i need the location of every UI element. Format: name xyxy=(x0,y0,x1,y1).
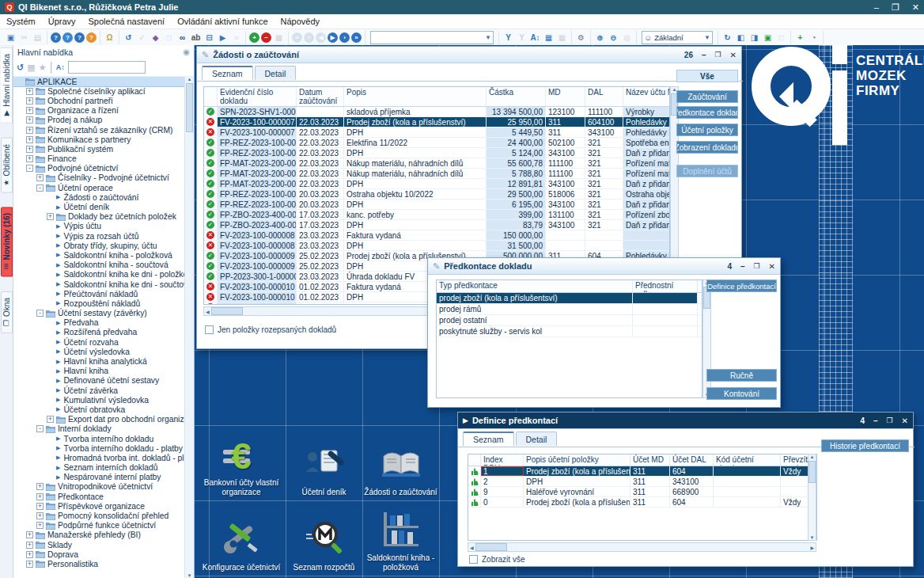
tab-detail[interactable]: Detail xyxy=(255,66,297,80)
next-record-icon[interactable]: ▶ xyxy=(328,32,338,43)
column-header-ucet-dal[interactable]: Účet DAL xyxy=(670,454,714,466)
tree-item-organizace-a-rizeni[interactable]: +Organizace a řízení xyxy=(13,106,194,116)
layout-left-icon[interactable]: ◧ xyxy=(735,32,747,44)
tile-saldokontni-kniha-polozkova[interactable]: Saldokontní kniha - položková xyxy=(363,503,438,576)
tree-item-hlavni-kniha-analyticka[interactable]: ▶Hlavní kniha analytická xyxy=(13,356,194,366)
table-row[interactable]: ✕FV-2023-100-00000823.03.2023DPH31 500,0… xyxy=(204,241,669,251)
tree-item-saldokontni-kniha-polozkova[interactable]: ▶Saldokontní kniha - položková xyxy=(13,250,194,260)
tree-item-tvorba-interniho-dokladu[interactable]: ▶Tvorba interního dokladu xyxy=(13,434,194,443)
restore-button[interactable]: ❐ xyxy=(892,2,899,13)
help-context-icon[interactable]: ? xyxy=(74,32,85,43)
tree-toggle-icon[interactable]: + xyxy=(26,88,33,95)
table-row[interactable]: ✓FP-REZ-2023-100-00000320.03.2023Ostraha… xyxy=(204,189,669,200)
settings-gear-icon[interactable]: ⚙ xyxy=(575,32,587,44)
help-book-icon[interactable]: ? xyxy=(62,32,73,43)
table-row[interactable]: ✓FP-MAT-2023-200-00001022.03.2023DPH12 8… xyxy=(204,179,669,189)
column-header-ucet-md[interactable]: Účet MD xyxy=(631,454,670,466)
definice-table[interactable]: Index DPHPopis účetní položkyÚčet MDÚčet… xyxy=(468,454,817,541)
historie-predkontaci-button[interactable]: Historie předkontací xyxy=(821,439,909,452)
scroll-up-icon[interactable]: ▲ xyxy=(810,454,815,459)
tree-item-vypis-za-rozsah-uctu[interactable]: ▶Výpis za rozsah účtů xyxy=(13,231,194,241)
table-row[interactable]: 2DPH311343100 xyxy=(468,477,816,487)
table-row[interactable]: ✓SPN-2023-SHV1-000001skladová příjemka13… xyxy=(204,107,669,117)
tree-item-vypis-uctu[interactable]: ▶Výpis účtu xyxy=(13,222,194,231)
table-row[interactable]: poskytnuté služby - servis kol xyxy=(437,326,702,337)
tile-zadosti-o-zauctovani[interactable]: Žádosti o zaúčtování xyxy=(363,428,438,500)
tree-scrollbar[interactable]: ▲▼ xyxy=(184,77,194,578)
tab-detail[interactable]: Detail xyxy=(516,432,558,446)
table-row[interactable]: ✕FV-2023-100-00000722.03.2023Prodej zbož… xyxy=(204,117,669,127)
window-titlebar[interactable]: ▶ Definice předkontací 4 – ❐ ✕ xyxy=(458,413,913,429)
tree-item-doklady-bez-ucetnich-polozek[interactable]: +Doklady bez účetních položek xyxy=(13,212,194,222)
table-row[interactable]: ✕FV-2023-100-00000722.03.2023DPH5 449,50… xyxy=(204,127,669,138)
scroll-down-icon[interactable]: ▼ xyxy=(187,573,192,578)
tab-seznam[interactable]: Seznam xyxy=(202,66,253,80)
zoom-out-icon[interactable]: ⊖ xyxy=(608,32,619,44)
help-icon[interactable]: ? xyxy=(51,32,61,43)
delete-record-icon[interactable]: − xyxy=(261,32,271,43)
tree-item-tvorba-interniho-dokladu-platby[interactable]: ▶Tvorba interního dokladu - platby xyxy=(13,443,194,453)
tree-toggle-icon[interactable]: + xyxy=(47,213,54,220)
tree-item-ucetni-sestavy-zaverky[interactable]: -Účetní sestavy (závěrky) xyxy=(13,309,194,318)
column-header-md[interactable]: MD xyxy=(546,87,585,106)
tree-item-zadosti-o-zauctovani[interactable]: ▶Žádosti o zaúčtování xyxy=(13,192,194,202)
timer-icon[interactable]: ◔ xyxy=(808,32,820,44)
table-row[interactable]: 1Prodej zboží (kola a příslušenství)3116… xyxy=(468,466,816,477)
predkontace-table[interactable]: Typ předkontacePřednostní volbaprodej zb… xyxy=(436,279,702,398)
tree-item-ucetni-vysledovka[interactable]: ▶Účetní výsledovka xyxy=(13,347,194,356)
notification-bell-icon[interactable]: Ω xyxy=(104,32,116,44)
menu-item-ovladani-aktivni-funkce[interactable]: Ovládání aktivní funkce xyxy=(171,16,274,27)
tree-toggle-icon[interactable]: - xyxy=(36,425,44,432)
minimize-button[interactable]: – xyxy=(874,2,879,13)
minimize-button[interactable]: – xyxy=(873,416,878,425)
table-row[interactable]: 0Prodej zboží (kola a příslušenství)3116… xyxy=(468,497,816,508)
dialog-titlebar[interactable]: ✎ Předkontace dokladu 4 – ❐ ✕ xyxy=(428,258,780,275)
tree-item-ucetni-obratovka[interactable]: ▶Účetní obratovka xyxy=(13,405,194,414)
tile-konfigurace-ucetnictvi[interactable]: Konfigurace účetnictví xyxy=(198,503,285,576)
tree-toggle-icon[interactable]: - xyxy=(36,184,44,192)
table-row[interactable]: prodej ostatní xyxy=(437,315,702,326)
filter-grid-icon[interactable]: ▦ xyxy=(543,32,555,44)
minimize-button[interactable]: – xyxy=(702,51,706,59)
column-header-icon[interactable] xyxy=(204,87,218,106)
column-header-nazev-uctu-md[interactable]: Název účtu MD∧ xyxy=(623,87,670,106)
tile-bankovni-ucty-vlastni-organizace[interactable]: €Bankovní účty vlastní organizace xyxy=(198,428,285,500)
column-header-typ-predkontace[interactable]: Typ předkontace xyxy=(437,280,633,292)
column-header-dal[interactable]: DAL xyxy=(585,87,623,106)
close-button[interactable]: ✕ xyxy=(730,51,737,59)
restore-button[interactable]: ❐ xyxy=(715,51,721,59)
tree-item-aplikace[interactable]: APLIKACE xyxy=(13,77,194,86)
tree-item-nesparovane-interni-platby[interactable]: ▶Nespárované interní platby xyxy=(13,473,194,482)
tree-item-publikacni-system[interactable]: +Publikační systém xyxy=(13,144,194,154)
sort-az-icon[interactable]: A↕ xyxy=(529,32,541,44)
tree-toggle-icon[interactable]: + xyxy=(26,531,33,538)
tree-item-rozsirena-predvaha[interactable]: ▶Rozšířená předvaha xyxy=(13,328,194,337)
tree-item-ucetni-denik[interactable]: ▶Účetní deník xyxy=(13,202,194,211)
tree-toggle-icon[interactable]: + xyxy=(36,483,44,490)
menu-item-spolecna-nastaveni[interactable]: Společná nastavení xyxy=(82,16,172,27)
tree-item-predkontace[interactable]: +Předkontace xyxy=(13,492,194,501)
tree-toggle-icon[interactable]: + xyxy=(26,107,33,114)
tree-item-obchodni-partneri[interactable]: +Obchodní partneři xyxy=(13,96,194,105)
tree-toggle-icon[interactable]: + xyxy=(26,127,33,134)
table-row[interactable]: ✓FP-MAT-2023-200-00001022.03.2023Nákup m… xyxy=(204,158,669,169)
tree-item-saldokontni-kniha-ke-dni-polozkova[interactable]: ▶Saldokontní kniha ke dni - položková xyxy=(13,270,194,279)
refresh-view-icon[interactable]: ↻ xyxy=(721,32,733,44)
side-tab-okna[interactable]: ❐Okna xyxy=(1,291,13,333)
tree-toggle-icon[interactable]: + xyxy=(26,116,33,124)
tree-item-spolecne-ciselniky-aplikaci[interactable]: +Společné číselníky aplikací xyxy=(13,86,194,96)
column-header-datum-zauctovani[interactable]: Datum zaúčtování xyxy=(297,87,344,106)
tree-item-prodej-a-nakup[interactable]: +Prodej a nákup xyxy=(13,116,194,125)
tree-toggle-icon[interactable]: + xyxy=(47,416,54,423)
tree-item-seznam-internich-dokladu[interactable]: ▶Seznam interních dokladů xyxy=(13,463,194,473)
tree-item-prispevkove-organizace[interactable]: +Příspěvkové organizace xyxy=(13,501,194,511)
tree-item-interni-doklady[interactable]: -Interní doklady xyxy=(13,424,194,434)
scroll-up-icon[interactable]: ▲ xyxy=(187,77,192,82)
close-button[interactable]: ✕ xyxy=(912,2,919,13)
tree-item-sklady[interactable]: +Sklady xyxy=(13,540,194,549)
print-icon[interactable]: ⊟ xyxy=(203,32,215,44)
tree-item-predvaha[interactable]: ▶Předvaha xyxy=(13,318,194,328)
tree-toggle-icon[interactable]: + xyxy=(26,155,33,162)
tree-item-ucetni-operace[interactable]: -Účetní operace xyxy=(13,183,194,192)
nav-search-input[interactable] xyxy=(68,61,146,74)
